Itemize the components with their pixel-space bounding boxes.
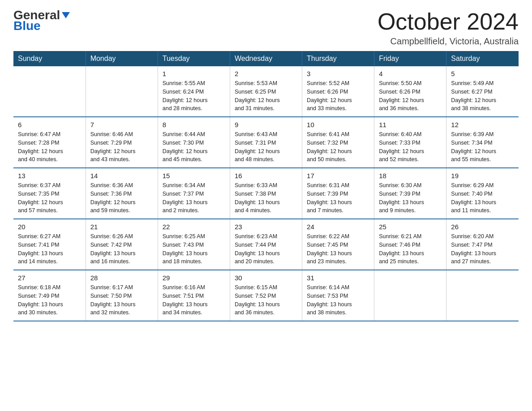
day-number: 1 (163, 70, 225, 77)
header-friday: Friday (374, 51, 446, 66)
location-label: Campbellfield, Victoria, Australia (378, 36, 519, 47)
day-number: 30 (235, 274, 297, 282)
day-info: Sunrise: 6:43 AM Sunset: 7:31 PM Dayligh… (235, 130, 297, 164)
calendar-cell: 15Sunrise: 6:34 AM Sunset: 7:37 PM Dayli… (158, 168, 230, 219)
day-info: Sunrise: 6:18 AM Sunset: 7:49 PM Dayligh… (18, 283, 81, 317)
day-info: Sunrise: 5:55 AM Sunset: 6:24 PM Dayligh… (163, 79, 225, 113)
calendar-cell: 21Sunrise: 6:26 AM Sunset: 7:42 PM Dayli… (86, 219, 158, 270)
calendar-cell: 10Sunrise: 6:41 AM Sunset: 7:32 PM Dayli… (302, 117, 374, 168)
month-title: October 2024 (378, 9, 519, 34)
day-info: Sunrise: 5:49 AM Sunset: 6:27 PM Dayligh… (451, 79, 514, 113)
calendar-header-row: SundayMondayTuesdayWednesdayThursdayFrid… (13, 51, 519, 66)
day-info: Sunrise: 5:52 AM Sunset: 6:26 PM Dayligh… (307, 79, 369, 113)
day-number: 13 (18, 172, 81, 180)
day-number: 9 (235, 121, 297, 128)
day-info: Sunrise: 6:37 AM Sunset: 7:35 PM Dayligh… (18, 181, 81, 215)
header-tuesday: Tuesday (158, 51, 230, 66)
calendar-cell: 4Sunrise: 5:50 AM Sunset: 6:26 PM Daylig… (374, 66, 446, 117)
day-number: 31 (307, 274, 369, 282)
calendar-week-row: 13Sunrise: 6:37 AM Sunset: 7:35 PM Dayli… (13, 168, 519, 219)
calendar-cell: 28Sunrise: 6:17 AM Sunset: 7:50 PM Dayli… (86, 270, 158, 321)
day-info: Sunrise: 6:26 AM Sunset: 7:42 PM Dayligh… (90, 232, 153, 266)
calendar-cell: 13Sunrise: 6:37 AM Sunset: 7:35 PM Dayli… (13, 168, 86, 219)
calendar-cell: 18Sunrise: 6:30 AM Sunset: 7:39 PM Dayli… (374, 168, 446, 219)
day-number: 21 (90, 223, 153, 231)
header-sunday: Sunday (13, 51, 86, 66)
day-info: Sunrise: 6:25 AM Sunset: 7:43 PM Dayligh… (163, 232, 225, 266)
calendar-table: SundayMondayTuesdayWednesdayThursdayFrid… (13, 51, 519, 321)
calendar-cell: 9Sunrise: 6:43 AM Sunset: 7:31 PM Daylig… (230, 117, 302, 168)
day-info: Sunrise: 6:16 AM Sunset: 7:51 PM Dayligh… (163, 283, 225, 317)
day-info: Sunrise: 6:33 AM Sunset: 7:38 PM Dayligh… (235, 181, 297, 215)
day-info: Sunrise: 6:44 AM Sunset: 7:30 PM Dayligh… (163, 130, 225, 164)
calendar-cell: 7Sunrise: 6:46 AM Sunset: 7:29 PM Daylig… (86, 117, 158, 168)
day-number: 27 (18, 274, 81, 282)
calendar-cell: 19Sunrise: 6:29 AM Sunset: 7:40 PM Dayli… (446, 168, 519, 219)
day-info: Sunrise: 6:21 AM Sunset: 7:46 PM Dayligh… (379, 232, 442, 266)
day-number: 25 (379, 223, 442, 231)
day-number: 15 (163, 172, 225, 180)
day-info: Sunrise: 5:53 AM Sunset: 6:25 PM Dayligh… (235, 79, 297, 113)
header-wednesday: Wednesday (230, 51, 302, 66)
day-number: 12 (451, 121, 514, 128)
day-info: Sunrise: 6:36 AM Sunset: 7:36 PM Dayligh… (90, 181, 153, 215)
calendar-cell: 3Sunrise: 5:52 AM Sunset: 6:26 PM Daylig… (302, 66, 374, 117)
day-number: 23 (235, 223, 297, 231)
day-info: Sunrise: 6:40 AM Sunset: 7:33 PM Dayligh… (379, 130, 442, 164)
day-info: Sunrise: 6:30 AM Sunset: 7:39 PM Dayligh… (379, 181, 442, 215)
day-number: 2 (235, 70, 297, 77)
day-info: Sunrise: 6:27 AM Sunset: 7:41 PM Dayligh… (18, 232, 81, 266)
day-info: Sunrise: 6:41 AM Sunset: 7:32 PM Dayligh… (307, 130, 369, 164)
calendar-cell: 16Sunrise: 6:33 AM Sunset: 7:38 PM Dayli… (230, 168, 302, 219)
calendar-cell: 26Sunrise: 6:20 AM Sunset: 7:47 PM Dayli… (446, 219, 519, 270)
calendar-cell (446, 270, 519, 321)
day-number: 22 (163, 223, 225, 231)
day-number: 24 (307, 223, 369, 231)
calendar-cell: 29Sunrise: 6:16 AM Sunset: 7:51 PM Dayli… (158, 270, 230, 321)
calendar-cell (13, 66, 86, 117)
calendar-cell: 5Sunrise: 5:49 AM Sunset: 6:27 PM Daylig… (446, 66, 519, 117)
logo-triangle-icon (62, 12, 70, 18)
calendar-cell: 12Sunrise: 6:39 AM Sunset: 7:34 PM Dayli… (446, 117, 519, 168)
calendar-cell: 11Sunrise: 6:40 AM Sunset: 7:33 PM Dayli… (374, 117, 446, 168)
day-number: 14 (90, 172, 153, 180)
day-info: Sunrise: 6:39 AM Sunset: 7:34 PM Dayligh… (451, 130, 514, 164)
day-number: 11 (379, 121, 442, 128)
day-info: Sunrise: 6:15 AM Sunset: 7:52 PM Dayligh… (235, 283, 297, 317)
day-info: Sunrise: 6:47 AM Sunset: 7:28 PM Dayligh… (18, 130, 81, 164)
calendar-cell: 20Sunrise: 6:27 AM Sunset: 7:41 PM Dayli… (13, 219, 86, 270)
logo-blue: Blue (13, 20, 41, 32)
day-info: Sunrise: 6:17 AM Sunset: 7:50 PM Dayligh… (90, 283, 153, 317)
day-number: 19 (451, 172, 514, 180)
calendar-cell: 23Sunrise: 6:23 AM Sunset: 7:44 PM Dayli… (230, 219, 302, 270)
day-number: 7 (90, 121, 153, 128)
calendar-cell: 25Sunrise: 6:21 AM Sunset: 7:46 PM Dayli… (374, 219, 446, 270)
calendar-cell (374, 270, 446, 321)
calendar-cell: 17Sunrise: 6:31 AM Sunset: 7:39 PM Dayli… (302, 168, 374, 219)
calendar-cell: 27Sunrise: 6:18 AM Sunset: 7:49 PM Dayli… (13, 270, 86, 321)
calendar-week-row: 20Sunrise: 6:27 AM Sunset: 7:41 PM Dayli… (13, 219, 519, 270)
page-header: General Blue October 2024 Campbellfield,… (13, 9, 519, 47)
day-number: 20 (18, 223, 81, 231)
day-number: 18 (379, 172, 442, 180)
day-number: 26 (451, 223, 514, 231)
day-info: Sunrise: 5:50 AM Sunset: 6:26 PM Dayligh… (379, 79, 442, 113)
day-number: 5 (451, 70, 514, 77)
calendar-cell: 8Sunrise: 6:44 AM Sunset: 7:30 PM Daylig… (158, 117, 230, 168)
day-number: 3 (307, 70, 369, 77)
day-number: 29 (163, 274, 225, 282)
logo: General Blue (13, 9, 70, 32)
calendar-cell: 14Sunrise: 6:36 AM Sunset: 7:36 PM Dayli… (86, 168, 158, 219)
calendar-cell: 24Sunrise: 6:22 AM Sunset: 7:45 PM Dayli… (302, 219, 374, 270)
calendar-cell (86, 66, 158, 117)
day-info: Sunrise: 6:20 AM Sunset: 7:47 PM Dayligh… (451, 232, 514, 266)
day-info: Sunrise: 6:14 AM Sunset: 7:53 PM Dayligh… (307, 283, 369, 317)
day-number: 10 (307, 121, 369, 128)
calendar-week-row: 6Sunrise: 6:47 AM Sunset: 7:28 PM Daylig… (13, 117, 519, 168)
day-number: 16 (235, 172, 297, 180)
calendar-week-row: 27Sunrise: 6:18 AM Sunset: 7:49 PM Dayli… (13, 270, 519, 321)
calendar-cell: 30Sunrise: 6:15 AM Sunset: 7:52 PM Dayli… (230, 270, 302, 321)
calendar-cell: 22Sunrise: 6:25 AM Sunset: 7:43 PM Dayli… (158, 219, 230, 270)
day-info: Sunrise: 6:23 AM Sunset: 7:44 PM Dayligh… (235, 232, 297, 266)
day-info: Sunrise: 6:29 AM Sunset: 7:40 PM Dayligh… (451, 181, 514, 215)
